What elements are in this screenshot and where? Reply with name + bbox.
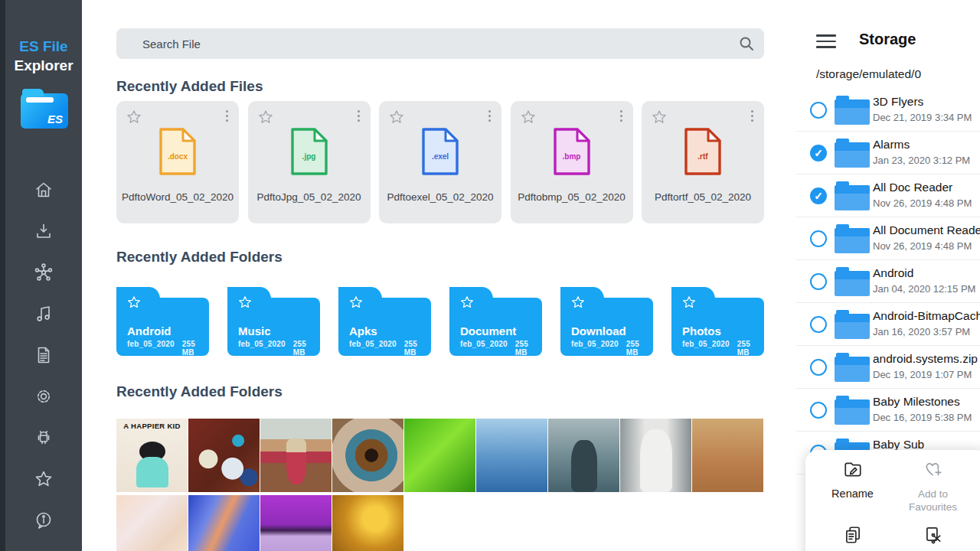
storage-row[interactable]: All Document Reader Nov 26, 2019 4:48 PM (796, 217, 980, 260)
select-checkbox[interactable] (810, 402, 827, 419)
star-icon[interactable] (237, 295, 253, 313)
more-options-icon[interactable] (226, 110, 228, 122)
thumbnail-dress[interactable] (260, 419, 332, 492)
storage-item-name: All Doc Reader (873, 181, 952, 194)
file-card[interactable]: .rtf Pdftortf_05_02_2020 (642, 101, 764, 223)
folder-icon (835, 224, 870, 253)
sidebar-item-network[interactable] (33, 263, 54, 285)
more-options-icon[interactable] (620, 110, 622, 122)
thumbnail-camels[interactable] (692, 419, 763, 492)
menu-icon[interactable] (816, 34, 836, 48)
sidebar-item-favorites[interactable] (33, 470, 54, 491)
star-icon[interactable] (348, 295, 364, 313)
storage-item-date: Dec 21, 2019 3:34 PM (873, 112, 972, 123)
folder-date: feb_05_2020 (682, 340, 730, 356)
folder-date: feb_05_2020 (238, 340, 286, 356)
sidebar-item-apps[interactable] (33, 429, 54, 450)
sidebar-item-documents[interactable] (33, 346, 54, 367)
storage-item-date: Nov 26, 2019 4:48 PM (873, 240, 972, 252)
star-icon[interactable] (459, 295, 475, 313)
star-icon[interactable] (126, 295, 142, 313)
sidebar: ES File Explorer ES (0, 0, 82, 551)
file-type-icon: .exel (420, 127, 460, 176)
folder-icon (835, 181, 870, 210)
more-options-icon[interactable] (751, 110, 753, 122)
storage-row[interactable]: All Doc Reader Nov 26, 2019 4:48 PM (796, 174, 980, 217)
storage-row[interactable]: Baby Milestones Dec 16, 2019 5:38 PM (796, 389, 980, 432)
android-icon (34, 428, 54, 451)
more-options-icon[interactable] (358, 110, 360, 122)
star-icon[interactable] (388, 109, 405, 129)
copy-button[interactable]: Copy (812, 525, 893, 551)
thumbnail-pastel[interactable] (116, 495, 188, 551)
cut-button[interactable]: Cut (893, 525, 973, 551)
storage-item-date: Nov 26, 2019 4:48 PM (873, 197, 972, 209)
thumbnail-baby[interactable]: A HAPPIER KID (116, 419, 188, 492)
search-input[interactable] (116, 37, 729, 51)
folder-size: 255 MB (626, 340, 653, 356)
file-card[interactable]: .docx PdftoWord_05_02_2020 (116, 101, 239, 223)
thumbnail-blue-flowers[interactable] (476, 419, 547, 492)
storage-row[interactable]: Android Jan 04, 2020 12:15 PM (796, 260, 980, 303)
thumbnail-eye[interactable] (332, 419, 403, 492)
search-icon[interactable] (729, 35, 764, 52)
select-checkbox[interactable] (810, 230, 827, 247)
folder-card-apks[interactable]: Apks feb_05_2020255 MB (338, 287, 431, 356)
star-icon[interactable] (651, 109, 668, 129)
folder-card-download[interactable]: Download feb_05_2020255 MB (560, 287, 653, 356)
folder-card-music[interactable]: Music feb_05_2020255 MB (227, 287, 320, 356)
file-type-icon: .rtf (683, 127, 723, 176)
star-icon[interactable] (570, 295, 586, 313)
select-checkbox[interactable] (810, 102, 827, 119)
select-checkbox[interactable] (810, 145, 827, 161)
rename-button[interactable]: Rename (812, 459, 893, 525)
storage-row[interactable]: android.systems.zip Dec 19, 2019 1:07 PM (796, 346, 980, 389)
folder-name: Document (460, 324, 516, 337)
sidebar-item-settings[interactable] (33, 387, 54, 409)
section-title-recent-files: Recently Added Files (116, 78, 263, 95)
select-checkbox[interactable] (810, 187, 827, 204)
thumbnail-paint-strokes[interactable] (188, 495, 260, 551)
file-name: Pdftortf_05_02_2020 (645, 191, 761, 203)
file-card[interactable]: .jpg PdftoJpg_05_02_2020 (248, 101, 371, 223)
sidebar-item-download[interactable] (33, 222, 54, 243)
storage-item-name: Android-BitmapCache (873, 309, 980, 323)
storage-row[interactable]: Android-BitmapCache Jan 16, 2020 3:57 PM (796, 303, 980, 346)
thumbnail-white-jacket[interactable] (620, 419, 691, 492)
app-logo-line1: ES File (5, 37, 82, 56)
sidebar-item-music[interactable] (33, 305, 54, 326)
sidebar-item-about[interactable] (33, 511, 54, 533)
add-to-favourites-button[interactable]: Add to Favourites (893, 459, 973, 525)
select-checkbox[interactable] (810, 359, 827, 376)
select-checkbox[interactable] (810, 316, 827, 333)
more-options-icon[interactable] (488, 110, 491, 122)
thumbnail-art-table[interactable] (188, 419, 260, 492)
app-logo-line2: Explorer (5, 56, 82, 75)
thumbnail-rain[interactable] (548, 419, 619, 492)
folder-icon (835, 96, 870, 125)
folder-card-photos[interactable]: Photos feb_05_2020255 MB (671, 287, 764, 356)
thumbnail-green-leaves[interactable] (404, 419, 475, 492)
folder-date: feb_05_2020 (127, 340, 175, 356)
sidebar-item-home[interactable] (33, 181, 54, 202)
thumbnail-forest[interactable] (332, 495, 403, 551)
storage-item-name: Baby Milestones (873, 395, 960, 409)
folder-date: feb_05_2020 (349, 340, 397, 356)
storage-title: Storage (859, 31, 916, 48)
star-icon[interactable] (520, 109, 537, 129)
select-checkbox[interactable] (810, 273, 827, 290)
sidebar-nav (5, 181, 82, 533)
star-icon[interactable] (257, 109, 274, 129)
storage-row[interactable]: 3D Flyers Dec 21, 2019 3:34 PM (796, 89, 980, 132)
file-card[interactable]: .exel Pdftoexel_05_02_2020 (379, 101, 501, 223)
thumbnail-bridge[interactable] (260, 495, 332, 551)
folder-card-android[interactable]: Android feb_05_2020255 MB (116, 287, 209, 356)
storage-row[interactable]: Alarms Jan 23, 2020 3:12 PM (796, 132, 980, 174)
storage-item-name: All Document Reader (873, 223, 980, 237)
folder-card-document[interactable]: Document feb_05_2020255 MB (449, 287, 542, 356)
storage-item-date: Dec 16, 2019 5:38 PM (873, 412, 972, 423)
star-icon[interactable] (126, 109, 142, 129)
star-icon[interactable] (681, 295, 697, 313)
file-card[interactable]: .bmp Pdftobmp_05_02_2020 (511, 101, 633, 223)
thumbnail-caption: A HAPPIER KID (116, 422, 188, 430)
